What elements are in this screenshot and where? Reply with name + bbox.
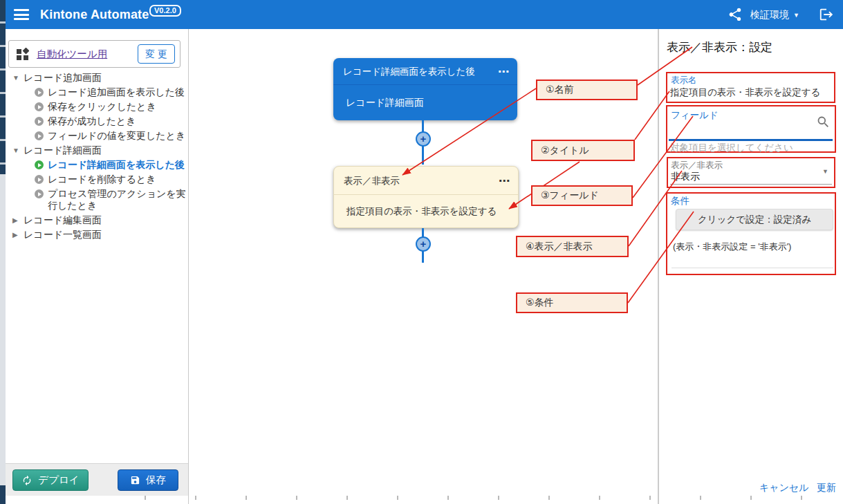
share-icon[interactable] <box>728 7 743 22</box>
app-icon <box>17 48 29 63</box>
event-node[interactable]: レコード詳細画面を表示した後 ⋯ レコード詳細画面 <box>333 58 517 120</box>
condition-expression: (表示・非表示設定 = '非表示') <box>673 241 791 253</box>
tree-item-label: レコード詳細画面を表示した後 <box>48 159 187 171</box>
caret-down-icon: ▼ <box>12 72 24 84</box>
caret-down-icon: ▼ <box>12 144 24 156</box>
app-window: Kintone Automate V0.2.0 検証環境 ▼ 自動化ツール用 変… <box>0 0 843 504</box>
event-play-icon <box>35 88 44 97</box>
event-play-icon <box>35 189 44 198</box>
display-name-section: 表示名 指定項目の表示・非表示を設定する <box>666 72 835 103</box>
environment-label: 検証環境 <box>750 9 789 20</box>
tree-group-label: レコード編集画面 <box>24 214 102 225</box>
logout-icon[interactable] <box>819 7 834 22</box>
flow-canvas[interactable]: レコード詳細画面を表示した後 ⋯ レコード詳細画面 + 表示／非表示 ⋯ 指定項… <box>189 29 658 504</box>
event-node-subtitle: レコード詳細画面 <box>346 97 424 108</box>
deploy-button[interactable]: デプロイ <box>12 469 89 491</box>
event-play-icon <box>35 102 44 111</box>
tree-group-record-add[interactable]: ▼レコード追加画面 <box>10 71 187 85</box>
chevron-down-icon: ▼ <box>822 168 828 175</box>
tree-item-label: プロセス管理のアクションを実行したとき <box>48 188 187 212</box>
condition-label: 条件 <box>671 195 689 207</box>
annotation-condition: ⑤条件 <box>516 292 628 313</box>
version-badge: V0.2.0 <box>149 5 181 17</box>
panel-title: 表示／非表示：設定 <box>667 39 772 55</box>
add-step-icon[interactable]: + <box>416 131 431 147</box>
update-link[interactable]: 更新 <box>817 482 836 494</box>
floppy-icon <box>130 475 140 485</box>
display-name-value[interactable]: 指定項目の表示・非表示を設定する <box>670 86 820 99</box>
save-label: 保存 <box>146 474 166 487</box>
settings-panel: 表示／非表示：設定 表示名 指定項目の表示・非表示を設定する フィールド 対象項… <box>658 29 843 504</box>
action-node-title: 表示／非表示 <box>344 176 400 186</box>
divider <box>671 268 833 268</box>
tree-item-event[interactable]: フィールドの値を変更したとき <box>10 129 187 143</box>
tree-item-event[interactable]: レコード追加画面を表示した後 <box>10 85 187 100</box>
chevron-down-icon: ▼ <box>793 12 799 19</box>
tree-group-record-detail[interactable]: ▼レコード詳細画面 <box>10 143 187 158</box>
event-play-icon <box>35 175 44 184</box>
annotation-visibility: ④表示／非表示 <box>516 236 629 257</box>
environment-dropdown[interactable]: 検証環境 ▼ <box>750 0 789 29</box>
event-play-icon <box>35 117 44 126</box>
app-name-link[interactable]: 自動化ツール用 <box>37 48 107 61</box>
condition-config-button[interactable]: クリックで設定：設定済み <box>676 209 833 230</box>
sync-icon <box>21 475 33 486</box>
app-header: Kintone Automate V0.2.0 検証環境 ▼ <box>0 0 843 29</box>
tree-group-label: レコード詳細画面 <box>24 144 102 156</box>
sidebar-footer: デプロイ 保存 <box>6 463 188 496</box>
cancel-link[interactable]: キャンセル <box>759 482 809 494</box>
visibility-value: 非表示 <box>671 171 700 183</box>
tree-item-event[interactable]: 保存が成功したとき <box>10 114 187 129</box>
action-node[interactable]: 表示／非表示 ⋯ 指定項目の表示・非表示を設定する <box>333 166 519 228</box>
field-section: フィールド 対象項目を選択してください <box>666 105 836 153</box>
more-options-icon[interactable]: ⋯ <box>498 58 509 85</box>
edge-scrollbar-strip[interactable] <box>0 0 6 504</box>
app-selector: 自動化ツール用 変 更 <box>8 40 180 68</box>
visibility-select[interactable]: 表示／非表示 非表示 ▼ <box>667 157 835 188</box>
event-play-icon <box>35 131 44 140</box>
save-button[interactable]: 保存 <box>118 469 178 491</box>
caret-right-icon: ▶ <box>12 229 24 241</box>
field-placeholder: 対象項目を選択してください <box>670 142 793 154</box>
tree-item-label: レコード追加画面を表示した後 <box>48 86 187 98</box>
tree-group-label: レコード追加画面 <box>24 72 102 83</box>
condition-section: 条件 クリックで設定：設定済み (表示・非表示設定 = '非表示') <box>666 192 836 275</box>
more-options-icon[interactable]: ⋯ <box>499 167 510 195</box>
add-step-icon[interactable]: + <box>416 236 431 252</box>
sidebar: 自動化ツール用 変 更 ▼レコード追加画面 レコード追加画面を表示した後 保存を… <box>6 29 189 504</box>
tree-group-record-edit[interactable]: ▶レコード編集画面 <box>10 213 187 227</box>
menu-icon[interactable] <box>14 9 29 20</box>
annotation-name: ①名前 <box>536 80 638 100</box>
tree-item-label: 保存をクリックしたとき <box>48 101 187 113</box>
tree-item-label: レコードを削除するとき <box>48 174 187 185</box>
deploy-label: デプロイ <box>38 474 79 487</box>
event-tree: ▼レコード追加画面 レコード追加画面を表示した後 保存をクリックしたとき 保存が… <box>10 71 187 242</box>
app-title: Kintone Automate <box>40 0 149 29</box>
tree-group-record-list[interactable]: ▶レコード一覧画面 <box>10 227 187 242</box>
caret-right-icon: ▶ <box>12 214 24 226</box>
field-label: フィールド <box>671 109 719 122</box>
event-play-icon <box>35 160 44 169</box>
action-node-subtitle: 指定項目の表示・非表示を設定する <box>346 206 497 216</box>
tree-item-event-selected[interactable]: レコード詳細画面を表示した後 <box>10 158 187 172</box>
ruler-ticks <box>145 496 840 500</box>
select-underline <box>670 184 832 185</box>
visibility-label: 表示／非表示 <box>671 160 723 171</box>
annotation-field: ③フィールド <box>531 185 633 206</box>
field-input[interactable] <box>669 139 833 141</box>
tree-item-event[interactable]: プロセス管理のアクションを実行したとき <box>10 187 187 213</box>
tree-item-event[interactable]: 保存をクリックしたとき <box>10 100 187 114</box>
event-node-title: レコード詳細画面を表示した後 <box>343 66 475 77</box>
change-app-button[interactable]: 変 更 <box>138 44 175 64</box>
display-name-label: 表示名 <box>671 75 697 86</box>
search-icon[interactable] <box>816 115 831 132</box>
tree-item-label: 保存が成功したとき <box>48 115 187 127</box>
tree-item-label: フィールドの値を変更したとき <box>48 130 187 142</box>
tree-group-label: レコード一覧画面 <box>24 229 102 240</box>
tree-item-event[interactable]: レコードを削除するとき <box>10 172 187 187</box>
annotation-title: ②タイトル <box>531 140 635 161</box>
